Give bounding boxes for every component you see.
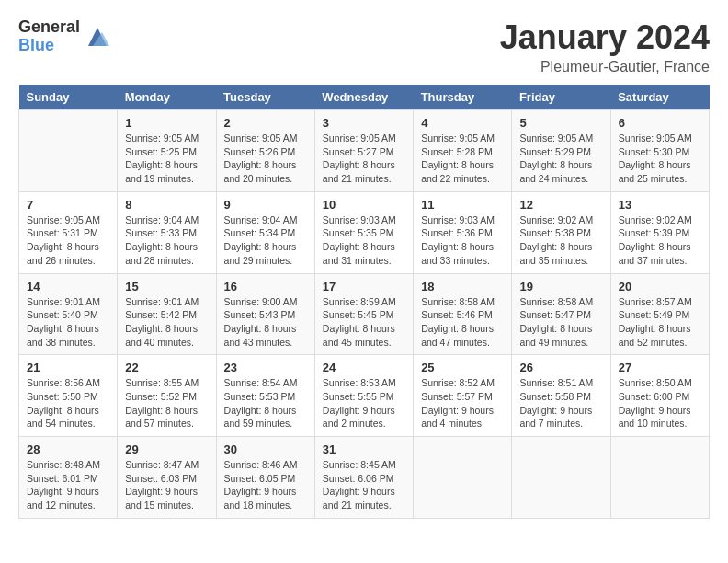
calendar-cell: 17Sunrise: 8:59 AM Sunset: 5:45 PM Dayli… (314, 273, 413, 355)
weekday-header-row: SundayMondayTuesdayWednesdayThursdayFrid… (19, 85, 710, 110)
calendar-cell: 21Sunrise: 8:56 AM Sunset: 5:50 PM Dayli… (19, 355, 118, 437)
calendar-week-row: 1Sunrise: 9:05 AM Sunset: 5:25 PM Daylig… (19, 110, 710, 192)
calendar-cell: 28Sunrise: 8:48 AM Sunset: 6:01 PM Dayli… (19, 437, 118, 519)
day-info: Sunrise: 9:05 AM Sunset: 5:25 PM Dayligh… (125, 132, 208, 186)
calendar-cell (512, 437, 610, 519)
calendar-cell: 26Sunrise: 8:51 AM Sunset: 5:58 PM Dayli… (512, 355, 610, 437)
day-info: Sunrise: 8:46 AM Sunset: 6:05 PM Dayligh… (224, 458, 307, 512)
weekday-header-monday: Monday (118, 85, 216, 110)
day-number: 11 (421, 198, 504, 212)
day-info: Sunrise: 8:58 AM Sunset: 5:47 PM Dayligh… (519, 295, 602, 350)
calendar-cell: 16Sunrise: 9:00 AM Sunset: 5:43 PM Dayli… (216, 273, 314, 355)
day-number: 29 (125, 442, 208, 456)
day-number: 31 (323, 442, 405, 456)
day-number: 14 (27, 280, 109, 293)
day-info: Sunrise: 8:53 AM Sunset: 5:55 PM Dayligh… (323, 376, 405, 431)
weekday-header-wednesday: Wednesday (314, 85, 413, 110)
day-number: 9 (224, 198, 307, 212)
day-number: 8 (125, 198, 208, 212)
calendar-cell: 30Sunrise: 8:46 AM Sunset: 6:05 PM Dayli… (216, 437, 314, 519)
day-number: 13 (619, 198, 701, 212)
calendar-cell: 13Sunrise: 9:02 AM Sunset: 5:39 PM Dayli… (610, 191, 709, 273)
title-block: January 2024 Pleumeur-Gautier, France (500, 18, 710, 75)
day-info: Sunrise: 9:04 AM Sunset: 5:34 PM Dayligh… (224, 213, 307, 268)
calendar-table: SundayMondayTuesdayWednesdayThursdayFrid… (18, 85, 710, 519)
calendar-cell: 3Sunrise: 9:05 AM Sunset: 5:27 PM Daylig… (314, 110, 413, 192)
calendar-cell: 8Sunrise: 9:04 AM Sunset: 5:33 PM Daylig… (118, 191, 216, 273)
day-number: 2 (224, 116, 307, 130)
calendar-cell: 22Sunrise: 8:55 AM Sunset: 5:52 PM Dayli… (118, 355, 216, 437)
day-info: Sunrise: 9:05 AM Sunset: 5:29 PM Dayligh… (519, 132, 602, 186)
calendar-cell (610, 437, 709, 519)
logo-general-text: General (18, 18, 80, 37)
day-number: 28 (27, 442, 109, 456)
calendar-week-row: 7Sunrise: 9:05 AM Sunset: 5:31 PM Daylig… (19, 191, 710, 273)
day-number: 19 (519, 280, 602, 293)
day-info: Sunrise: 8:52 AM Sunset: 5:57 PM Dayligh… (421, 376, 504, 431)
calendar-cell (19, 110, 118, 192)
calendar-cell: 10Sunrise: 9:03 AM Sunset: 5:35 PM Dayli… (314, 191, 413, 273)
weekday-header-saturday: Saturday (610, 85, 709, 110)
day-info: Sunrise: 9:05 AM Sunset: 5:31 PM Dayligh… (27, 213, 109, 268)
day-info: Sunrise: 9:02 AM Sunset: 5:38 PM Dayligh… (519, 213, 602, 268)
day-info: Sunrise: 9:01 AM Sunset: 5:40 PM Dayligh… (27, 295, 109, 350)
weekday-header-sunday: Sunday (19, 85, 118, 110)
weekday-header-tuesday: Tuesday (216, 85, 314, 110)
calendar-cell: 4Sunrise: 9:05 AM Sunset: 5:28 PM Daylig… (414, 110, 512, 192)
day-info: Sunrise: 8:59 AM Sunset: 5:45 PM Dayligh… (323, 295, 405, 350)
calendar-cell: 6Sunrise: 9:05 AM Sunset: 5:30 PM Daylig… (610, 110, 709, 192)
month-title: January 2024 (500, 18, 710, 57)
calendar-week-row: 14Sunrise: 9:01 AM Sunset: 5:40 PM Dayli… (19, 273, 710, 355)
calendar-cell (414, 437, 512, 519)
calendar-cell: 20Sunrise: 8:57 AM Sunset: 5:49 PM Dayli… (610, 273, 709, 355)
page-header: General Blue January 2024 Pleumeur-Gauti… (18, 18, 710, 75)
calendar-week-row: 21Sunrise: 8:56 AM Sunset: 5:50 PM Dayli… (19, 355, 710, 437)
logo-icon (84, 23, 111, 51)
calendar-cell: 2Sunrise: 9:05 AM Sunset: 5:26 PM Daylig… (216, 110, 314, 192)
calendar-cell: 1Sunrise: 9:05 AM Sunset: 5:25 PM Daylig… (118, 110, 216, 192)
day-info: Sunrise: 8:58 AM Sunset: 5:46 PM Dayligh… (421, 295, 504, 350)
location: Pleumeur-Gautier, France (500, 59, 710, 75)
day-number: 10 (323, 198, 405, 212)
day-info: Sunrise: 8:55 AM Sunset: 5:52 PM Dayligh… (125, 376, 208, 431)
day-info: Sunrise: 8:50 AM Sunset: 6:00 PM Dayligh… (619, 376, 701, 431)
day-number: 17 (323, 280, 405, 293)
day-number: 12 (519, 198, 602, 212)
calendar-cell: 9Sunrise: 9:04 AM Sunset: 5:34 PM Daylig… (216, 191, 314, 273)
logo-blue-text: Blue (18, 37, 80, 55)
day-info: Sunrise: 9:02 AM Sunset: 5:39 PM Dayligh… (619, 213, 701, 268)
day-info: Sunrise: 8:51 AM Sunset: 5:58 PM Dayligh… (519, 376, 602, 431)
day-info: Sunrise: 8:57 AM Sunset: 5:49 PM Dayligh… (619, 295, 701, 350)
day-info: Sunrise: 9:05 AM Sunset: 5:30 PM Dayligh… (619, 132, 701, 186)
calendar-cell: 31Sunrise: 8:45 AM Sunset: 6:06 PM Dayli… (314, 437, 413, 519)
calendar-cell: 19Sunrise: 8:58 AM Sunset: 5:47 PM Dayli… (512, 273, 610, 355)
day-number: 4 (421, 116, 504, 130)
day-info: Sunrise: 8:48 AM Sunset: 6:01 PM Dayligh… (27, 458, 109, 512)
day-info: Sunrise: 9:00 AM Sunset: 5:43 PM Dayligh… (224, 295, 307, 350)
day-number: 1 (125, 116, 208, 130)
day-number: 26 (519, 361, 602, 374)
day-number: 15 (125, 280, 208, 293)
day-number: 16 (224, 280, 307, 293)
calendar-cell: 18Sunrise: 8:58 AM Sunset: 5:46 PM Dayli… (414, 273, 512, 355)
day-number: 25 (421, 361, 504, 374)
day-info: Sunrise: 9:03 AM Sunset: 5:36 PM Dayligh… (421, 213, 504, 268)
day-number: 30 (224, 442, 307, 456)
logo: General Blue (18, 18, 111, 55)
calendar-cell: 25Sunrise: 8:52 AM Sunset: 5:57 PM Dayli… (414, 355, 512, 437)
calendar-cell: 12Sunrise: 9:02 AM Sunset: 5:38 PM Dayli… (512, 191, 610, 273)
calendar-cell: 27Sunrise: 8:50 AM Sunset: 6:00 PM Dayli… (610, 355, 709, 437)
day-info: Sunrise: 9:01 AM Sunset: 5:42 PM Dayligh… (125, 295, 208, 350)
calendar-cell: 29Sunrise: 8:47 AM Sunset: 6:03 PM Dayli… (118, 437, 216, 519)
day-number: 5 (519, 116, 602, 130)
weekday-header-friday: Friday (512, 85, 610, 110)
day-number: 20 (619, 280, 701, 293)
day-number: 22 (125, 361, 208, 374)
day-number: 27 (619, 361, 701, 374)
day-number: 6 (619, 116, 701, 130)
day-number: 24 (323, 361, 405, 374)
day-number: 3 (323, 116, 405, 130)
day-info: Sunrise: 8:56 AM Sunset: 5:50 PM Dayligh… (27, 376, 109, 431)
day-info: Sunrise: 9:05 AM Sunset: 5:26 PM Dayligh… (224, 132, 307, 186)
weekday-header-thursday: Thursday (414, 85, 512, 110)
